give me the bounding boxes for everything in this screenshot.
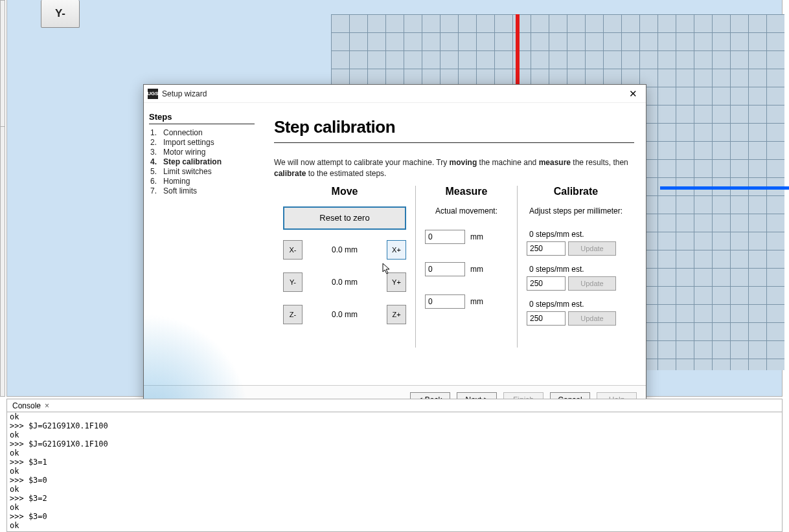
position-value: 0.0 mm	[303, 245, 387, 254]
measure-row: mm	[425, 262, 508, 276]
steps-list: 1.Connection2.Import settings3.Motor wir…	[149, 128, 255, 196]
close-button[interactable]: ✕	[624, 87, 642, 100]
move-column: Move Reset to zero X-0.0 mmX+Y-0.0 mmY+Z…	[274, 186, 415, 348]
desc-part: the results, then	[571, 158, 628, 167]
measure-input[interactable]	[425, 262, 465, 276]
jog-plus-button[interactable]: X+	[387, 240, 406, 260]
measure-row: mm	[425, 230, 508, 244]
desc-bold: calibrate	[274, 169, 306, 178]
jog-minus-button[interactable]: X-	[283, 240, 303, 260]
move-row: Z-0.0 mmZ+	[283, 305, 406, 324]
step-item[interactable]: 4.Step calibration	[149, 157, 255, 167]
steps-heading: Steps	[149, 112, 255, 124]
desc-bold: measure	[539, 158, 571, 167]
update-button[interactable]: Update	[568, 241, 616, 256]
calibrate-column: Calibrate Adjust steps per millimeter: 0…	[518, 186, 634, 348]
update-button[interactable]: Update	[568, 276, 616, 291]
console-tab-label[interactable]: Console	[7, 401, 45, 410]
calibrate-row: 0 steps/mm est.Update	[527, 300, 625, 326]
jog-minus-button[interactable]: Z-	[283, 305, 303, 324]
jog-plus-button[interactable]: Z+	[387, 305, 406, 324]
dialog-title: Setup wizard	[162, 89, 207, 98]
measure-input[interactable]	[425, 230, 465, 244]
unit-label: mm	[470, 297, 483, 306]
page-heading: Step calibration	[274, 117, 634, 143]
position-value: 0.0 mm	[303, 310, 387, 319]
calibrate-heading: Calibrate	[527, 186, 625, 197]
step-item[interactable]: 6.Homing	[149, 177, 255, 186]
desc-bold: moving	[450, 158, 477, 167]
jog-y-minus-button[interactable]: Y-	[41, 0, 80, 28]
visualizer-x-axis	[660, 186, 789, 190]
wizard-content: Step calibration We will now attempt to …	[260, 103, 646, 385]
calibrate-row: 0 steps/mm est.Update	[527, 230, 625, 256]
position-value: 0.0 mm	[303, 278, 387, 287]
measure-label: Actual movement:	[425, 206, 508, 216]
ugs-icon: UGS	[148, 89, 158, 99]
console-tab: Console ×	[7, 399, 782, 412]
measure-row: mm	[425, 294, 508, 309]
unit-label: mm	[470, 232, 483, 241]
move-row: Y-0.0 mmY+	[283, 272, 406, 292]
steps-panel: Steps 1.Connection2.Import settings3.Mot…	[144, 103, 260, 385]
step-item[interactable]: 3.Motor wiring	[149, 148, 255, 157]
step-item[interactable]: 7.Soft limits	[149, 186, 255, 196]
dialog-titlebar: UGS Setup wizard ✕	[144, 85, 646, 103]
desc-part: to the estimated steps.	[306, 169, 386, 178]
unit-label: mm	[470, 265, 483, 274]
calibrate-label: Adjust steps per millimeter:	[527, 206, 625, 216]
reset-to-zero-button[interactable]: Reset to zero	[283, 206, 406, 230]
jog-plus-button[interactable]: Y+	[387, 272, 406, 292]
move-row: X-0.0 mmX+	[283, 240, 406, 260]
steps-estimate-label: 0 steps/mm est.	[527, 230, 625, 239]
update-button[interactable]: Update	[568, 311, 616, 326]
setup-wizard-dialog: UGS Setup wizard ✕ Steps 1.Connection2.I…	[143, 84, 646, 414]
description-text: We will now attempt to calibrate your ma…	[274, 157, 634, 179]
measure-heading: Measure	[425, 186, 508, 197]
calibrate-row: 0 steps/mm est.Update	[527, 265, 625, 291]
steps-input[interactable]	[527, 241, 566, 256]
desc-part: We will now attempt to calibrate your ma…	[274, 158, 450, 167]
measure-column: Measure Actual movement: mmmmmm	[415, 186, 518, 348]
step-item[interactable]: 5.Limit switches	[149, 167, 255, 177]
console-output: ok >>> $J=G21G91X0.1F100 ok >>> $J=G21G9…	[7, 412, 782, 530]
jog-minus-button[interactable]: Y-	[283, 272, 303, 292]
desc-part: the machine and	[477, 158, 538, 167]
console-panel: Console × ok >>> $J=G21G91X0.1F100 ok >>…	[6, 399, 783, 532]
steps-estimate-label: 0 steps/mm est.	[527, 300, 625, 309]
measure-input[interactable]	[425, 294, 465, 309]
left-divider	[0, 0, 5, 397]
step-item[interactable]: 2.Import settings	[149, 138, 255, 148]
steps-estimate-label: 0 steps/mm est.	[527, 265, 625, 274]
step-item[interactable]: 1.Connection	[149, 128, 255, 138]
steps-input[interactable]	[527, 276, 566, 291]
move-heading: Move	[283, 186, 406, 197]
left-divider-notch	[0, 126, 5, 146]
console-close-icon[interactable]: ×	[45, 401, 54, 410]
steps-input[interactable]	[527, 311, 566, 326]
